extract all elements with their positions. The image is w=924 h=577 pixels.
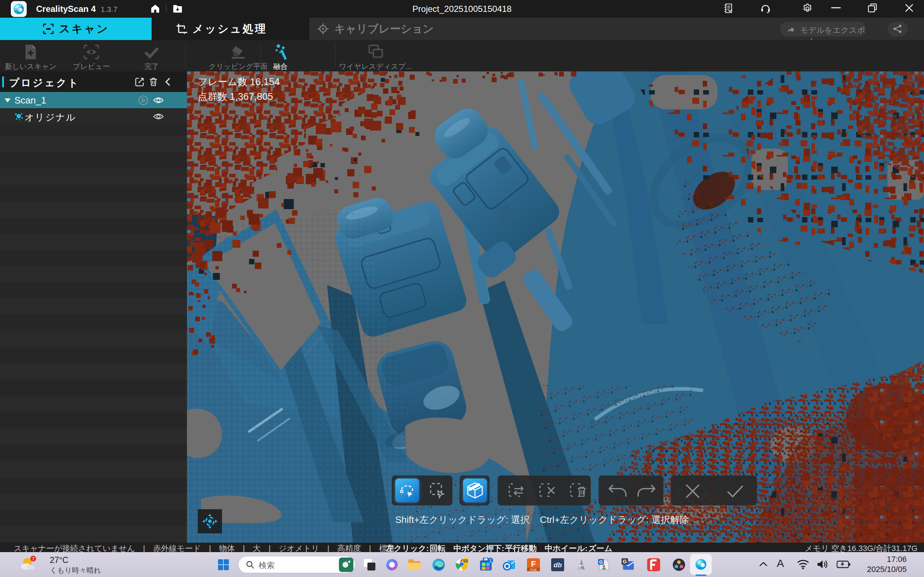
svg-text:7: 7: [32, 556, 34, 561]
svg-text:F: F: [531, 559, 536, 568]
svg-text:db: db: [553, 561, 562, 569]
svg-text:FUS: FUS: [530, 568, 537, 572]
svg-text:1: 1: [489, 558, 492, 563]
svg-text:G: G: [599, 559, 603, 565]
svg-text:55: 55: [463, 559, 468, 564]
svg-text:G: G: [623, 559, 627, 564]
